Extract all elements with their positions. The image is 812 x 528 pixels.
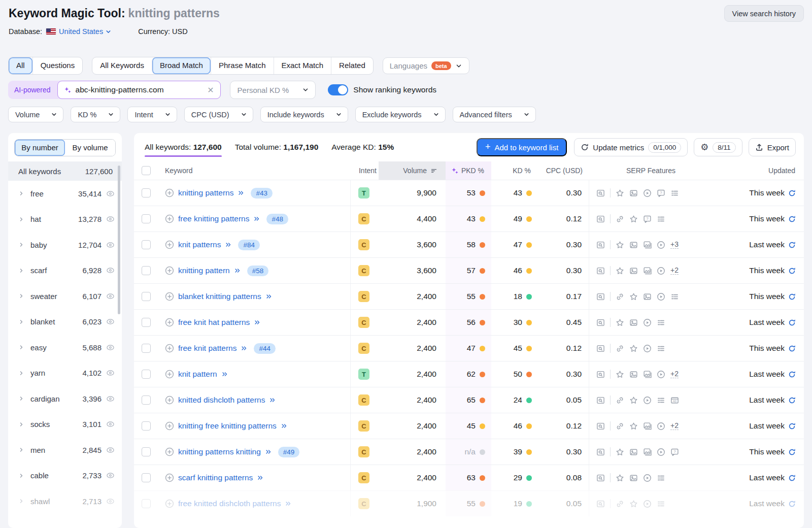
sidebar-group-hat[interactable]: hat13,278	[8, 207, 122, 233]
serp-star-icon[interactable]	[629, 344, 638, 353]
add-keyword-icon[interactable]	[165, 447, 174, 456]
refresh-row-icon[interactable]	[788, 422, 796, 430]
serp-star-icon[interactable]	[629, 422, 638, 431]
serp-play-icon[interactable]	[643, 500, 652, 508]
add-keyword-icon[interactable]	[165, 421, 174, 431]
open-keyword-icon[interactable]	[265, 448, 272, 455]
update-metrics-button[interactable]: Update metrics 0/1,000	[574, 138, 688, 156]
tab-all-keywords[interactable]: All Keywords	[92, 57, 152, 74]
row-checkbox[interactable]	[142, 318, 151, 327]
ranking-position-badge[interactable]: #43	[251, 188, 273, 199]
serp-more-link[interactable]: +3	[670, 241, 679, 249]
tab-questions[interactable]: Questions	[32, 57, 83, 74]
serp-image-alt-icon[interactable]	[643, 267, 652, 275]
eye-icon[interactable]	[106, 266, 115, 275]
eye-icon[interactable]	[106, 292, 115, 301]
serp-play-icon[interactable]	[657, 267, 665, 275]
sidebar-group-baby[interactable]: baby12,704	[8, 232, 122, 258]
domain-input-box[interactable]: ✕	[57, 81, 221, 99]
row-checkbox[interactable]	[142, 447, 151, 456]
filter-cpc-usd-[interactable]: CPC (USD)	[184, 107, 253, 122]
tab-broad-match[interactable]: Broad Match	[152, 57, 211, 74]
refresh-row-icon[interactable]	[788, 448, 796, 456]
intent-badge[interactable]: T	[358, 369, 369, 380]
refresh-row-icon[interactable]	[788, 345, 796, 352]
add-keyword-icon[interactable]	[165, 214, 174, 223]
refresh-row-icon[interactable]	[788, 267, 796, 275]
sidebar-group-easy[interactable]: easy5,688	[8, 335, 122, 360]
eye-icon[interactable]	[106, 189, 115, 198]
sidebar-group-blanket[interactable]: blanket6,023	[8, 309, 122, 335]
intent-badge[interactable]: T	[358, 187, 369, 199]
serp-image-icon[interactable]	[629, 267, 638, 275]
open-keyword-icon[interactable]	[221, 371, 228, 378]
row-checkbox[interactable]	[142, 344, 151, 353]
open-keyword-icon[interactable]	[257, 474, 264, 481]
add-keyword-icon[interactable]	[165, 499, 174, 508]
refresh-row-icon[interactable]	[788, 500, 796, 508]
intent-badge[interactable]: C	[358, 265, 369, 276]
serp-play-icon[interactable]	[643, 396, 652, 405]
serp-list-icon[interactable]	[657, 344, 665, 353]
serp-link-icon[interactable]	[616, 500, 624, 508]
intent-badge[interactable]: C	[358, 239, 369, 250]
add-keyword-icon[interactable]	[165, 344, 174, 353]
tab-phrase-match[interactable]: Phrase Match	[211, 57, 274, 74]
serp-play-icon[interactable]	[643, 318, 652, 327]
export-button[interactable]: Export	[749, 138, 796, 156]
serp-more-link[interactable]: +2	[670, 267, 679, 275]
serp-preview-icon[interactable]	[596, 370, 605, 379]
column-header-cpc[interactable]: CPC (USD)	[538, 161, 589, 180]
column-header-pkd[interactable]: PKD %	[446, 161, 491, 180]
keyword-link[interactable]: knitting patterns knitting	[178, 447, 261, 456]
eye-icon[interactable]	[106, 215, 115, 223]
refresh-row-icon[interactable]	[788, 371, 796, 378]
ranking-position-badge[interactable]: #44	[254, 343, 276, 354]
show-ranking-keywords-toggle[interactable]	[328, 84, 348, 95]
row-checkbox[interactable]	[142, 292, 151, 301]
sidebar-tab-by-volume[interactable]: By volume	[65, 140, 115, 156]
serp-more-link[interactable]: +2	[670, 370, 679, 378]
database-select[interactable]: United States	[59, 27, 112, 36]
intent-badge[interactable]: C	[358, 213, 369, 224]
ranking-position-badge[interactable]: #48	[266, 214, 288, 224]
add-keyword-icon[interactable]	[165, 266, 174, 275]
serp-question-icon[interactable]	[657, 189, 665, 197]
row-checkbox[interactable]	[142, 499, 151, 508]
serp-star-icon[interactable]	[616, 370, 624, 379]
serp-question-icon[interactable]	[643, 215, 652, 223]
eye-icon[interactable]	[106, 369, 115, 377]
sidebar-group-cardigan[interactable]: cardigan3,396	[8, 386, 122, 412]
serp-preview-icon[interactable]	[596, 448, 605, 456]
serp-list-icon[interactable]	[657, 318, 665, 327]
serp-play-icon[interactable]	[643, 344, 652, 353]
serp-play-icon[interactable]	[657, 448, 665, 456]
serp-ad-icon[interactable]	[670, 396, 679, 405]
add-to-keyword-list-button[interactable]: + Add to keyword list	[477, 138, 567, 156]
serp-play-icon[interactable]	[657, 370, 665, 379]
serp-preview-icon[interactable]	[596, 500, 605, 508]
refresh-row-icon[interactable]	[788, 293, 796, 301]
serp-preview-icon[interactable]	[596, 241, 605, 249]
serp-play-icon[interactable]	[643, 189, 652, 197]
keyword-link[interactable]: free knit hat patterns	[178, 318, 250, 327]
serp-preview-icon[interactable]	[596, 267, 605, 275]
clear-input-icon[interactable]: ✕	[207, 85, 214, 95]
add-keyword-icon[interactable]	[165, 395, 174, 405]
serp-preview-icon[interactable]	[596, 189, 605, 197]
keyword-link[interactable]: knitting free knitting patterns	[178, 421, 277, 431]
column-header-keyword[interactable]: Keyword	[158, 161, 350, 180]
serp-link-icon[interactable]	[616, 422, 624, 431]
keyword-link[interactable]: knit patterns	[178, 240, 221, 249]
column-header-serp-features[interactable]: SERP Features	[589, 161, 713, 180]
filter-intent[interactable]: Intent	[127, 107, 177, 122]
serp-list-icon[interactable]	[657, 215, 665, 223]
open-keyword-icon[interactable]	[225, 241, 232, 248]
filter-volume[interactable]: Volume	[8, 107, 63, 122]
serp-link-icon[interactable]	[616, 396, 624, 405]
serp-star-icon[interactable]	[616, 448, 624, 456]
serp-image-alt-icon[interactable]	[643, 370, 652, 379]
serp-question-icon[interactable]	[670, 448, 679, 456]
tab-related[interactable]: Related	[331, 57, 373, 74]
serp-image-icon[interactable]	[629, 474, 638, 482]
